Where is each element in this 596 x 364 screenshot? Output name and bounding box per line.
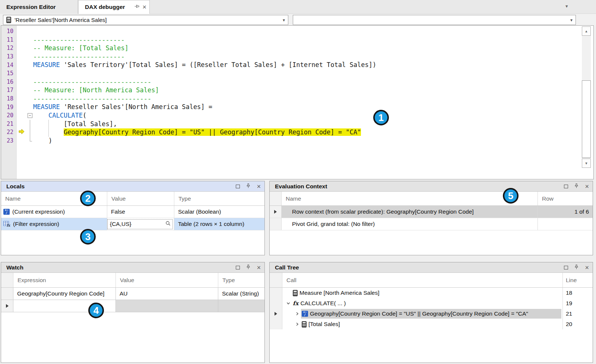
context-row-cell	[538, 218, 593, 230]
code-editor[interactable]: 1011------------------------12-- Measure…	[1, 25, 594, 179]
call-tree-row[interactable]: +−/Geography[Country Region Code] = "US"…	[270, 309, 593, 319]
maximize-icon[interactable]	[236, 185, 240, 188]
code-text[interactable]: -------------------------------	[33, 95, 583, 103]
line-number: 12	[1, 45, 17, 51]
call-tree-row[interactable]: [Total Sales]20	[270, 319, 593, 329]
tab-dax-debugger[interactable]: DAX debugger ×	[78, 0, 150, 14]
code-segment: CALCULATE	[48, 112, 83, 119]
evaluation-context-row[interactable]: Row context (from scalar predicate): Geo…	[270, 206, 593, 218]
code-text[interactable]: CALCULATE(	[33, 111, 583, 120]
close-icon[interactable]: ×	[257, 264, 261, 271]
close-icon[interactable]: ×	[142, 4, 146, 10]
maximize-icon[interactable]	[236, 266, 240, 269]
code-segment: MEASURE	[33, 61, 60, 68]
evaluation-context-header-row: Name Row	[270, 192, 593, 206]
secondary-selector-dropdown[interactable]: ▾	[293, 15, 576, 25]
locals-row[interactable]: fx(Filter expression){CA,US}Table (2 row…	[1, 218, 264, 230]
close-icon[interactable]: ×	[257, 183, 261, 190]
annotation-badge-3: 3	[80, 229, 96, 245]
column-header-row: Row	[538, 192, 593, 205]
code-text[interactable]: [Total Sales],	[33, 120, 583, 128]
expression-selector-dropdown[interactable]: 'Reseller Sales'[North America Sales] ▾	[3, 15, 288, 25]
row-selector-cell[interactable]	[270, 309, 282, 319]
call-cell: [Total Sales]	[282, 319, 563, 329]
magnifier-icon[interactable]	[165, 221, 171, 227]
row-selector-cell[interactable]	[270, 206, 282, 218]
row-selector-cell[interactable]	[270, 319, 282, 329]
code-text[interactable]: Geography[Country Region Code] = "US" ||…	[33, 128, 583, 137]
code-text[interactable]: -------------------------------	[33, 78, 583, 86]
scrollbar-thumb[interactable]	[582, 80, 591, 158]
context-name-cell: Row context (from scalar predicate): Geo…	[282, 206, 538, 218]
row-selector-cell[interactable]	[1, 288, 13, 300]
chevron-down-icon[interactable]	[285, 301, 291, 306]
evaluation-context-rows: Row context (from scalar predicate): Geo…	[270, 206, 593, 230]
code-text[interactable]: -- Measure: [North America Sales]	[33, 86, 583, 95]
watch-rows: Geography[Country Region Code]AUScalar (…	[1, 288, 264, 312]
fold-margin	[26, 120, 33, 128]
scroll-down-button[interactable]: ▼	[582, 159, 591, 168]
collapse-region-icon[interactable]: −	[28, 113, 32, 118]
code-line: 16-------------------------------	[1, 78, 583, 86]
close-icon[interactable]: ×	[585, 183, 589, 190]
fold-margin	[26, 137, 33, 145]
line-cell: 21	[562, 309, 593, 319]
row-selector-cell[interactable]	[270, 288, 282, 298]
watch-value-cell[interactable]	[116, 300, 218, 312]
pin-icon[interactable]	[246, 264, 251, 271]
tab-expression-editor[interactable]: Expression Editor	[0, 0, 78, 14]
close-icon[interactable]: ×	[585, 264, 589, 271]
line-number: 11	[1, 36, 17, 43]
highlighted-code: Geography[Country Region Code] = "US" ||…	[64, 128, 361, 136]
value-editor[interactable]: {CA,US}	[107, 219, 173, 229]
row-selector-cell[interactable]	[1, 300, 13, 312]
call-cell: +−/Geography[Country Region Code] = "US"…	[282, 309, 563, 319]
column-header-type: Type	[218, 273, 264, 287]
pin-icon[interactable]	[246, 183, 251, 190]
locals-value-cell[interactable]: False	[107, 206, 174, 218]
locals-header-row: Name Value Type	[1, 192, 264, 206]
watch-row[interactable]	[1, 300, 264, 312]
fold-margin	[26, 52, 33, 61]
call-cell: Measure [North America Sales]	[282, 288, 563, 298]
row-selector-cell[interactable]	[270, 298, 282, 309]
call-tree-row[interactable]: fxCALCULATE( ... )19	[270, 298, 593, 309]
locals-row[interactable]: +−/(Current expression)FalseScalar (Bool…	[1, 206, 264, 218]
code-segment	[33, 112, 48, 119]
watch-expression-cell[interactable]: Geography[Country Region Code]	[13, 288, 116, 300]
code-text[interactable]: ------------------------	[33, 52, 583, 61]
indent-guide	[48, 120, 49, 137]
maximize-icon[interactable]	[564, 266, 568, 269]
row-selector-cell[interactable]	[270, 218, 282, 230]
code-text[interactable]: )	[33, 137, 583, 145]
maximize-icon[interactable]	[564, 185, 568, 188]
call-tree-row[interactable]: Measure [North America Sales]18	[270, 288, 593, 298]
code-segment: -- Measure: [Total Sales]	[33, 44, 129, 52]
code-segment: ------------------------	[33, 36, 125, 44]
code-text[interactable]: MEASURE 'Sales Territory'[Total Sales] =…	[33, 61, 583, 69]
call-line-number: 21	[566, 310, 572, 317]
locals-value-cell[interactable]: {CA,US}	[107, 218, 174, 230]
editor-scrollbar[interactable]: ▲ ▼	[582, 26, 591, 168]
pin-icon[interactable]	[574, 183, 579, 190]
call-line-number: 20	[566, 321, 572, 328]
code-text[interactable]: ------------------------	[33, 36, 583, 44]
code-text[interactable]: MEASURE 'Reseller Sales'[North America S…	[33, 103, 583, 111]
code-segment: -------------------------------	[33, 95, 151, 102]
table-fx-icon: fx	[3, 221, 10, 227]
scroll-up-button[interactable]: ▲	[582, 26, 591, 36]
context-row-count: 1 of 6	[574, 208, 589, 215]
evaluation-context-row[interactable]: Pivot Grid, grand total: (No filter)	[270, 218, 593, 230]
pin-icon[interactable]	[574, 264, 579, 271]
breakpoint-margin[interactable]	[17, 129, 26, 136]
call-label: [Total Sales]	[308, 321, 340, 328]
watch-value-cell[interactable]: AU	[116, 288, 218, 300]
expression-selector-value: 'Reseller Sales'[North America Sales]	[15, 17, 107, 23]
chevron-right-icon[interactable]	[294, 312, 300, 316]
code-text[interactable]: -- Measure: [Total Sales]	[33, 44, 583, 52]
code-line: 18-------------------------------	[1, 95, 583, 103]
chevron-right-icon[interactable]	[294, 322, 300, 326]
pin-icon[interactable]	[134, 4, 139, 10]
watch-row[interactable]: Geography[Country Region Code]AUScalar (…	[1, 288, 264, 300]
tab-list-chevron-icon[interactable]: ▾	[565, 3, 568, 9]
